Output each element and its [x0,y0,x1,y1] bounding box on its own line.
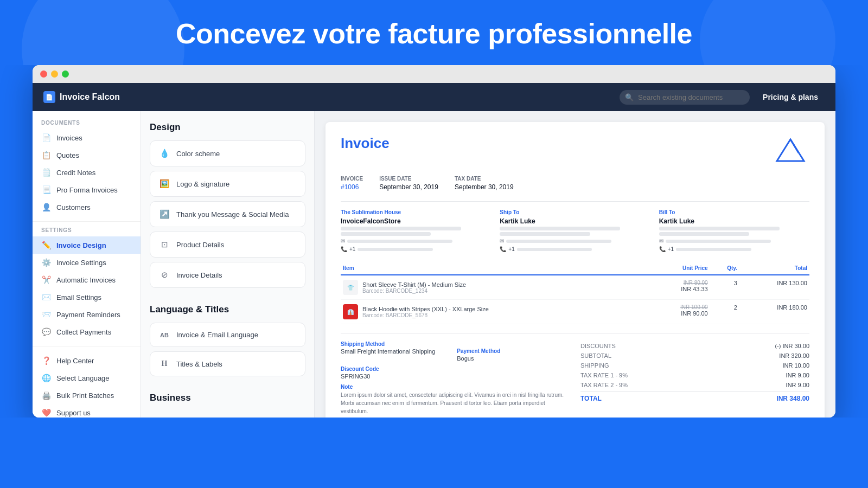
email-settings-icon: ✉️ [41,293,51,301]
product-details-label: Product Details [176,241,224,249]
product-price-orig-2: INR 100.00 [648,304,708,310]
sidebar-item-proforma[interactable]: 📃 Pro Forma Invoices [33,181,141,198]
sidebar-divider-1 [33,221,141,222]
sidebar-invoice-design-label: Invoice Design [56,241,106,249]
party-bill-to: Bill To Kartik Luke ✉ 📞+1 [659,209,809,252]
sidebar-item-quotes[interactable]: 📋 Quotes [33,146,141,164]
shipping-label: SHIPPING [580,362,609,369]
invoice-document: Invoice Invoice #1006 [326,122,825,418]
proforma-icon: 📃 [41,185,51,194]
sidebar-proforma-label: Pro Forma Invoices [56,186,118,194]
sidebar-item-invoices[interactable]: 📄 Invoices [33,129,141,146]
logo-icon: 📄 [43,91,55,103]
invoice-number-value: #1006 [341,183,359,191]
product-name-1: Short Sleeve T-Shirt (M) - Medium Size [362,281,466,288]
from-blur-2 [341,232,431,236]
party-from-label: The Sublimation House [341,209,491,215]
sidebar-documents-label: DOCUMENTS [33,120,141,129]
sidebar-item-customers[interactable]: 👤 Customers [33,198,141,216]
thank-you-icon: ↗️ [159,209,170,219]
invoice-parties: The Sublimation House InvoiceFalconStore… [341,201,809,252]
sidebar-item-support-us[interactable]: ❤️ Support us [33,404,141,418]
automatic-invoices-icon: ✂️ [41,275,51,284]
business-section-title: Business [150,393,305,403]
invoice-issue-date-value: September 30, 2019 [379,183,438,191]
payment-reminders-icon: 📨 [41,310,51,319]
color-scheme-icon: 💧 [159,149,170,158]
sidebar-automatic-invoices-label: Automatic Invoices [56,276,116,284]
sidebar-item-automatic-invoices[interactable]: ✂️ Automatic Invoices [33,271,141,288]
party-from: The Sublimation House InvoiceFalconStore… [341,209,491,252]
traffic-light-yellow[interactable] [51,70,58,78]
svg-line-1 [790,139,799,153]
sidebar-help-center-label: Help Center [56,357,94,365]
collect-payments-icon: 💬 [41,328,51,336]
invoice-tax-date-value: September 30, 2019 [455,183,514,191]
party-bill-to-name: Kartik Luke [659,217,809,225]
logo-signature-card[interactable]: 🖼️ Logo & signature [150,171,305,197]
product-price-1: INR 43.33 [648,286,708,292]
invoice-issue-date-label: Issue Date [379,176,438,182]
sidebar-support-us-label: Support us [56,409,91,417]
invoice-number-block: Invoice #1006 [341,176,363,191]
invoice-design-icon: ✏️ [41,241,51,249]
summary-subtotal: SUBTOTAL INR 320.00 [580,351,809,361]
total-value: INR 348.00 [776,395,809,402]
product-details-icon: ⊡ [159,240,170,249]
pricing-plans-button[interactable]: Pricing & plans [756,89,825,105]
invoice-meta: Invoice #1006 Issue Date September 30, 2… [341,176,809,191]
invoice-footer-right: DISCOUNTS (-) INR 30.00 SUBTOTAL INR 320… [580,341,809,415]
sidebar-item-invoice-settings[interactable]: ⚙️ Invoice Settings [33,254,141,271]
sidebar-item-email-settings[interactable]: ✉️ Email Settings [33,288,141,306]
sidebar-item-credit-notes[interactable]: 🗒️ Credit Notes [33,164,141,181]
invoice-table: Item Unit Price Qty. Total 👕 [341,262,809,324]
party-bill-to-label: Bill To [659,209,809,215]
tax2-label: TAX RATE 2 - 9% [580,382,628,388]
product-total-2: INR 180.00 [739,300,809,324]
sidebar-item-help-center[interactable]: ❓ Help Center [33,352,141,369]
titles-labels-card[interactable]: H Titles & Labels [150,351,305,376]
discount-code-label: Discount Code [341,366,570,372]
hero-title: Concevez votre facture professionnelle [0,17,868,50]
invoice-number-label: Invoice [341,176,363,182]
payment-method-label: Payment Method [457,348,500,354]
traffic-light-red[interactable] [40,70,47,78]
product-qty-1: 3 [710,275,739,300]
invoice-email-language-card[interactable]: AB Invoice & Email Language [150,323,305,347]
search-wrapper: 🔍 [620,90,750,105]
invoice-details-card[interactable]: ⊘ Invoice Details [150,262,305,288]
col-qty: Qty. [710,262,739,275]
sidebar-divider-2 [33,346,141,346]
total-label: TOTAL [580,395,602,402]
app-window: 📄 Invoice Falcon 🔍 Pricing & plans DOCUM… [33,65,835,418]
product-thumb-1: 👕 [343,280,358,295]
color-scheme-card[interactable]: 💧 Color scheme [150,140,305,166]
sidebar-item-select-language[interactable]: 🌐 Select Language [33,369,141,387]
invoice-title: Invoice [341,135,390,152]
invoice-header-row: Invoice [341,135,809,165]
traffic-light-green[interactable] [62,70,69,78]
product-total-1: INR 130.00 [739,275,809,300]
summary-shipping: SHIPPING INR 10.00 [580,361,809,370]
sidebar-item-collect-payments[interactable]: 💬 Collect Payments [33,323,141,341]
invoice-title-block: Invoice [341,135,390,152]
sidebar-bulk-print-label: Bulk Print Batches [56,391,114,400]
sidebar-item-payment-reminders[interactable]: 📨 Payment Reminders [33,306,141,323]
discounts-label: DISCOUNTS [580,343,616,349]
sidebar-item-bulk-print[interactable]: 🖨️ Bulk Print Batches [33,387,141,404]
product-details-card[interactable]: ⊡ Product Details [150,232,305,258]
invoices-icon: 📄 [41,133,51,142]
col-unit-price: Unit Price [646,262,710,275]
bill-email: ✉ [659,238,809,244]
middle-panel: Design 💧 Color scheme 🖼️ Logo & signatur… [141,111,315,418]
search-input[interactable] [620,90,750,105]
sidebar-select-language-label: Select Language [56,374,110,382]
party-ship-to-name: Kartik Luke [500,217,650,225]
app-header: 📄 Invoice Falcon 🔍 Pricing & plans [33,83,835,111]
sidebar-credit-notes-label: Credit Notes [56,169,95,177]
sidebar: DOCUMENTS 📄 Invoices 📋 Quotes 🗒️ Credit … [33,111,141,418]
thank-you-card[interactable]: ↗️ Thank you Message & Social Media [150,201,305,227]
sidebar-item-invoice-design[interactable]: ✏️ Invoice Design [33,236,141,254]
subtotal-value: INR 320.00 [779,352,809,359]
sidebar-settings-label: SETTINGS [33,227,141,236]
